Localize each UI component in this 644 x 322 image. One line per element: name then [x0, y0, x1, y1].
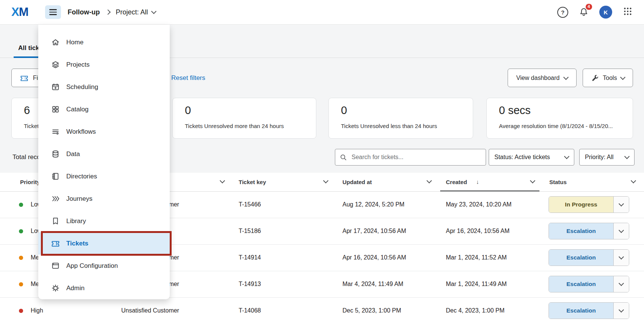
status-dropdown[interactable]: Escalation: [549, 302, 629, 319]
status-filter-label: Status: Active tickets: [494, 154, 550, 161]
menu-item-directories[interactable]: Directories: [38, 165, 170, 188]
menu-item-scheduling[interactable]: Scheduling: [38, 76, 170, 98]
tools-button[interactable]: Tools: [583, 69, 633, 87]
stat-value: 0: [341, 104, 473, 117]
status-dropdown[interactable]: Escalation: [549, 223, 629, 239]
cell-updated-at: Apr 16, 2024, 10:56 AM: [342, 244, 406, 271]
stat-card-unresolved-less-24h: 0 Tickets Unresolved less than 24 hours: [328, 98, 473, 139]
stat-card-avg-resolution: 0 secs Average resolution time (8/1/2024…: [486, 98, 633, 139]
chevron-down-icon: [624, 154, 630, 159]
priority-dot-medium: [19, 256, 23, 260]
menu-item-label: Directories: [66, 173, 97, 180]
tools-label: Tools: [603, 75, 617, 81]
view-dashboard-button[interactable]: View dashboard: [508, 69, 577, 87]
cell-ticket-key: T-14913: [239, 271, 261, 297]
status-chevron-button[interactable]: [613, 303, 629, 319]
menu-item-library[interactable]: Library: [38, 210, 170, 232]
status-badge: Escalation: [549, 223, 613, 239]
menu-item-journeys[interactable]: Journeys: [38, 188, 170, 210]
projects-icon: [51, 60, 60, 69]
notifications-button[interactable]: 4: [579, 7, 589, 17]
status-dropdown[interactable]: In Progress: [549, 196, 629, 213]
breadcrumb-section: Follow-up: [68, 8, 100, 16]
column-header-created-label: Created: [446, 173, 467, 191]
menu-item-label: Workflows: [66, 128, 96, 136]
cell-created: Apr 16, 2024, 10:56 AM: [446, 218, 510, 244]
home-icon: [51, 38, 60, 47]
chevron-down-icon: [619, 307, 624, 313]
menu-item-data[interactable]: Data: [38, 143, 170, 165]
status-badge: Escalation: [549, 303, 613, 319]
project-selector[interactable]: Project: All: [116, 8, 156, 16]
status-badge: In Progress: [549, 197, 613, 213]
column-header-updated-at[interactable]: Updated at: [342, 173, 372, 191]
status-badge: Escalation: [549, 250, 613, 266]
menu-item-label: Tickets: [66, 240, 88, 247]
menu-item-label: Data: [66, 150, 80, 158]
menu-item-label: Journeys: [66, 195, 92, 203]
status-badge: Escalation: [549, 276, 613, 292]
data-icon: [51, 150, 60, 158]
menu-item-app-configuration[interactable]: App Configuration: [38, 255, 170, 277]
xm-logo: XM: [11, 5, 28, 19]
priority-filter-label: Priority: All: [585, 154, 614, 161]
status-chevron-button[interactable]: [613, 276, 629, 292]
menu-item-label: Home: [66, 39, 83, 46]
table-row[interactable]: High Unsatisfied Customer T-14068 Dec 5,…: [0, 297, 644, 322]
menu-item-label: Scheduling: [66, 83, 98, 91]
status-chevron-button[interactable]: [613, 197, 629, 213]
chevron-down-icon: [619, 228, 624, 233]
chevron-down-icon[interactable]: [631, 178, 636, 183]
menu-item-projects[interactable]: Projects: [38, 53, 170, 76]
status-chevron-button[interactable]: [613, 250, 629, 266]
priority-filter-dropdown[interactable]: Priority: All: [579, 149, 635, 166]
apps-grid-icon[interactable]: [623, 6, 633, 18]
menu-item-label: Projects: [66, 61, 89, 69]
reset-filters-link[interactable]: Reset filters: [171, 74, 205, 82]
catalog-icon: [51, 105, 60, 114]
cell-ticket-key: T-14068: [239, 297, 261, 322]
chevron-down-icon: [563, 74, 569, 80]
status-dropdown[interactable]: Escalation: [549, 249, 629, 266]
status-dropdown[interactable]: Escalation: [549, 276, 629, 292]
avatar[interactable]: K: [599, 6, 612, 19]
directories-icon: [51, 172, 60, 181]
column-header-status[interactable]: Status: [549, 173, 567, 191]
status-filter-dropdown[interactable]: Status: Active tickets: [489, 149, 574, 166]
cell-created: Mar 1, 2024, 11:49 AM: [446, 271, 507, 297]
cell-created: Mar 1, 2024, 11:52 AM: [446, 244, 507, 271]
workflows-icon: [51, 127, 60, 136]
menu-item-label: Library: [66, 217, 86, 225]
tickets-icon: [51, 239, 60, 248]
journeys-icon: [51, 194, 60, 203]
stat-label: Average resolution time (8/1/2024 - 8/15…: [499, 123, 633, 129]
menu-item-admin[interactable]: Admin: [38, 277, 170, 299]
search-input[interactable]: [351, 153, 477, 161]
help-icon[interactable]: ?: [557, 7, 568, 18]
priority-dot-low: [19, 229, 23, 233]
hamburger-menu-button[interactable]: [45, 5, 61, 19]
cell-created: May 23, 2024, 10:20 AM: [446, 191, 511, 218]
chevron-down-icon[interactable]: [220, 178, 225, 183]
menu-item-label: App Configuration: [66, 262, 118, 270]
priority-dot-high: [19, 309, 23, 313]
column-header-priority[interactable]: Priority: [20, 173, 40, 191]
chevron-down-icon: [619, 201, 624, 206]
column-header-ticket-key[interactable]: Ticket key: [239, 173, 266, 191]
menu-item-home[interactable]: Home: [38, 31, 170, 53]
menu-item-label: Catalog: [66, 106, 89, 113]
priority-dot-low: [19, 203, 23, 207]
chevron-down-icon[interactable]: [427, 178, 432, 183]
chevron-down-icon: [564, 154, 569, 159]
stat-label: Tickets Unresolved less than 24 hours: [341, 123, 473, 129]
cell-created: Dec 4, 2023, 1:00 PM: [446, 297, 505, 322]
top-bar: XM Follow-up Project: All ? 4 K: [0, 0, 644, 25]
chevron-down-icon[interactable]: [323, 178, 328, 183]
menu-item-tickets[interactable]: Tickets: [38, 232, 170, 255]
stat-card-unresolved-more-24h: 0 Tickets Unresolved more than 24 hours: [172, 98, 316, 139]
status-chevron-button[interactable]: [613, 223, 629, 239]
cell-updated-at: Dec 5, 2023, 1:00 PM: [342, 297, 401, 322]
menu-item-catalog[interactable]: Catalog: [38, 98, 170, 120]
menu-item-workflows[interactable]: Workflows: [38, 120, 170, 143]
column-header-created[interactable]: Created ↓: [440, 173, 539, 191]
